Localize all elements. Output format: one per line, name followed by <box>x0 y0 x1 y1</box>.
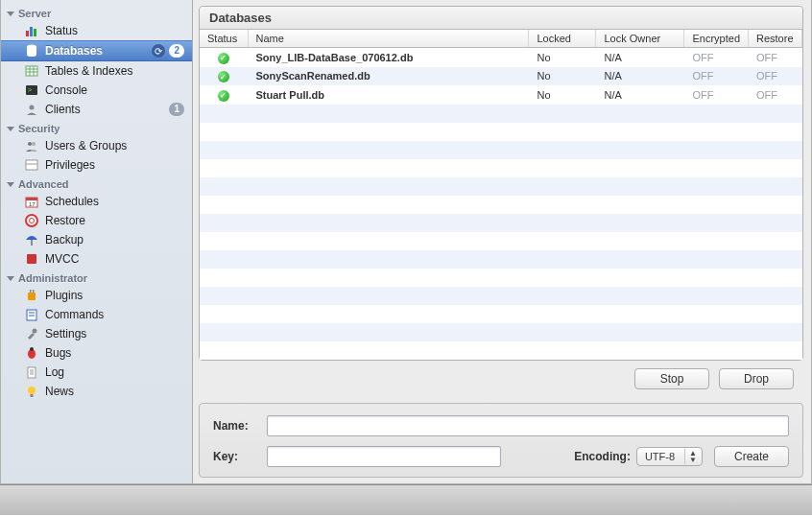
umbrella-icon <box>24 232 39 247</box>
sidebar-item-label: News <box>45 385 184 398</box>
drop-button[interactable]: Drop <box>719 368 794 389</box>
users-icon <box>24 138 39 153</box>
column-header[interactable]: Lock Owner <box>596 30 684 48</box>
svg-rect-26 <box>30 290 32 293</box>
databases-panel: Databases StatusNameLockedLock OwnerEncr… <box>199 6 803 361</box>
svg-point-31 <box>33 329 37 334</box>
content-area: Databases StatusNameLockedLock OwnerEncr… <box>193 0 811 483</box>
sidebar-item-backup[interactable]: Backup <box>1 230 192 249</box>
name-label: Name: <box>213 419 267 433</box>
table-row[interactable]: ✓SonyScanRenamed.dbNoN/AOFFOFF <box>200 67 802 86</box>
sidebar-item-status[interactable]: Status <box>1 21 192 40</box>
sidebar-item-news[interactable]: News <box>1 382 192 401</box>
svg-rect-25 <box>28 293 36 300</box>
sidebar-item-label: Status <box>45 24 184 37</box>
svg-rect-1 <box>30 27 33 36</box>
sidebar-item-bugs[interactable]: Bugs <box>1 343 192 363</box>
sidebar-item-label: Tables & Indexes <box>45 64 184 78</box>
svg-rect-27 <box>33 290 35 293</box>
svg-text:>: > <box>28 86 32 93</box>
svg-point-5 <box>27 53 36 57</box>
svg-point-22 <box>30 219 35 223</box>
encoding-select[interactable]: UTF-8 ▲▼ <box>636 447 703 466</box>
disclosure-triangle-icon <box>7 127 14 131</box>
sidebar-item-log[interactable]: Log <box>1 363 192 382</box>
key-input[interactable] <box>267 446 501 467</box>
clients-icon <box>24 102 39 117</box>
window-bottom-bar <box>0 484 812 515</box>
column-header[interactable]: Encrypted <box>684 30 749 48</box>
svg-point-15 <box>32 142 36 146</box>
console-icon: > <box>24 82 39 98</box>
status-ok-icon: ✓ <box>218 53 229 64</box>
group-header[interactable]: Administrator <box>1 269 192 286</box>
sidebar-item-label: Settings <box>45 327 184 340</box>
sidebar-item-label: Log <box>45 365 184 379</box>
sidebar-item-mvcc[interactable]: MVCC <box>1 249 192 269</box>
sidebar-item-users-groups[interactable]: Users & Groups <box>1 136 192 155</box>
group-header[interactable]: Security <box>1 119 192 136</box>
sidebar-item-clients[interactable]: Clients1 <box>1 100 192 119</box>
column-header[interactable]: Locked <box>529 30 596 48</box>
commands-icon <box>24 307 39 322</box>
stop-button[interactable]: Stop <box>634 368 709 389</box>
group-header[interactable]: Server <box>1 4 192 21</box>
svg-rect-0 <box>26 31 29 36</box>
bulb-icon <box>24 384 39 399</box>
updown-icon: ▲▼ <box>689 450 700 463</box>
create-button[interactable]: Create <box>714 446 789 467</box>
sidebar-item-label: MVCC <box>45 252 184 266</box>
disclosure-triangle-icon <box>7 12 14 16</box>
disclosure-triangle-icon <box>7 182 14 187</box>
name-input[interactable] <box>267 415 789 436</box>
count-badge: 1 <box>169 103 184 116</box>
encoding-value: UTF-8 <box>645 451 675 462</box>
sidebar-item-label: Databases <box>45 44 148 58</box>
svg-rect-24 <box>27 254 36 264</box>
sidebar-item-tables-indexes[interactable]: Tables & Indexes <box>1 61 192 81</box>
databases-table: StatusNameLockedLock OwnerEncryptedResto… <box>200 30 802 360</box>
sidebar-item-label: Bugs <box>45 346 184 360</box>
sidebar-item-restore[interactable]: Restore <box>1 211 192 230</box>
group-header[interactable]: Advanced <box>1 175 192 192</box>
svg-rect-39 <box>31 394 34 397</box>
svg-rect-6 <box>26 66 37 76</box>
refresh-icon[interactable]: ⟳ <box>152 44 165 58</box>
disclosure-triangle-icon <box>7 276 14 281</box>
svg-point-14 <box>28 142 32 146</box>
mvcc-icon <box>24 251 39 267</box>
sidebar-item-label: Clients <box>45 103 169 116</box>
sidebar-item-settings[interactable]: Settings <box>1 324 192 343</box>
svg-point-13 <box>30 106 35 110</box>
sidebar-item-commands[interactable]: Commands <box>1 305 192 324</box>
privileges-icon <box>24 157 39 173</box>
sidebar-item-schedules[interactable]: 17Schedules <box>1 192 192 211</box>
panel-title: Databases <box>200 7 802 30</box>
sidebar-item-label: Users & Groups <box>45 139 184 152</box>
sidebar-item-label: Privileges <box>45 158 184 172</box>
db-name: SonyScanRenamed.db <box>248 67 529 86</box>
table-icon <box>24 63 39 79</box>
encoding-label: Encoding: <box>574 450 631 463</box>
table-row[interactable]: ✓Sony_LIB-DataBase_070612.dbNoN/AOFFOFF <box>200 48 802 67</box>
log-icon <box>24 364 39 380</box>
column-header[interactable]: Status <box>200 30 248 48</box>
bug-icon <box>24 345 39 361</box>
key-label: Key: <box>213 450 267 463</box>
status-ok-icon: ✓ <box>218 90 229 102</box>
column-header[interactable]: Restore <box>749 30 802 48</box>
table-row[interactable]: ✓Stuart Pull.dbNoN/AOFFOFF <box>200 85 802 105</box>
svg-point-38 <box>28 387 36 394</box>
sidebar-item-databases[interactable]: Databases⟳2 <box>1 40 192 61</box>
database-icon <box>24 43 39 59</box>
sidebar-item-privileges[interactable]: Privileges <box>1 155 192 175</box>
bar-chart-icon <box>24 23 39 38</box>
column-header[interactable]: Name <box>248 30 529 48</box>
sidebar-item-label: Console <box>45 83 184 97</box>
count-badge: 2 <box>169 44 184 58</box>
status-ok-icon: ✓ <box>218 71 229 82</box>
sidebar-item-console[interactable]: >Console <box>1 81 192 100</box>
panel-button-row: Stop Drop <box>193 361 803 397</box>
db-name: Stuart Pull.db <box>248 85 529 105</box>
sidebar-item-plugins[interactable]: Plugins <box>1 286 192 305</box>
